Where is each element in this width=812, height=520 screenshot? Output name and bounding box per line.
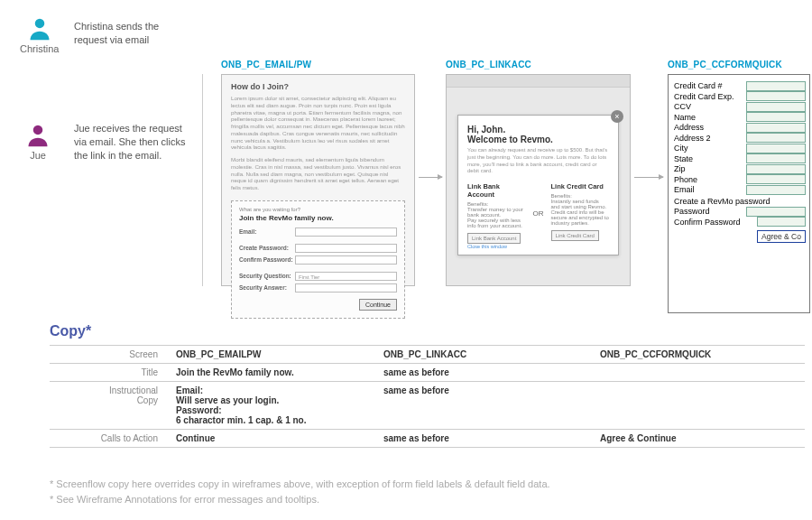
input-cc-exp[interactable] (746, 91, 806, 101)
cell-screen-2: ONB_PC_LINKACC (383, 346, 600, 364)
cell-instr-1: Email: Will serve as your login. Passwor… (176, 382, 383, 430)
wf1-lorem1: Lorem ipsum dolor sit amet, consectetur … (222, 95, 414, 156)
copy-table: Screen ONB_PC_EMAILPW ONB_PC_LINKACC ONB… (50, 345, 805, 448)
footnote-1: * Screenflow copy here overrides copy in… (50, 477, 550, 492)
wf1-prompt: What are you waiting for? (239, 207, 397, 212)
label-phone: Phone (674, 175, 746, 184)
persona-jue: Jue (25, 123, 51, 161)
cell-title-1: Join the RevMo family now. (176, 364, 383, 382)
avatar-icon (25, 123, 51, 148)
label-address2: Address 2 (674, 134, 746, 143)
label-create-revmo-pw: Create a RevMo password (674, 197, 806, 206)
label-state: State (674, 154, 746, 163)
modal-greeting: Hi, John. (467, 125, 609, 135)
label-secq: Security Question: (239, 273, 295, 279)
input-confirm-pw[interactable] (295, 255, 397, 265)
copy-title: Copy* (50, 323, 805, 339)
input-email[interactable] (295, 228, 397, 237)
screen-label-2: ONB_PC_LINKACC (446, 60, 531, 70)
separator-line (202, 74, 203, 286)
label-zip: Zip (674, 164, 746, 173)
or-text: OR (533, 209, 544, 218)
col-bank-h: Link Bank Account (467, 182, 526, 199)
cell-cta-3: Agree & Continue (600, 430, 805, 448)
col-card-h: Link Credit Card (551, 182, 610, 190)
agree-continue-button[interactable]: Agree & Co (757, 230, 806, 243)
select-secq[interactable]: First Tier (295, 272, 397, 281)
label-cc-num: Credit Card # (674, 81, 746, 90)
screen-label-1: ONB_PC_EMAIL/PW (221, 60, 311, 70)
label-create-pw: Create Password: (239, 245, 295, 251)
persona-jue-desc: Jue receives the request via email. She … (74, 122, 191, 162)
wf1-title: Join the RevMo family now. (239, 214, 397, 222)
input-ccv[interactable] (746, 102, 806, 112)
close-window-link[interactable]: Close this window (467, 244, 507, 249)
svg-point-1 (33, 125, 43, 135)
cell-screen-1: ONB_PC_EMAILPW (176, 346, 383, 364)
cell-title-2: same as before (383, 364, 600, 382)
row-instr-label: InstructionalCopy (50, 382, 176, 430)
arrow-icon (419, 177, 442, 178)
screen-label-3: ONB_PC_CCFORMQUICK (668, 60, 782, 70)
cell-title-3 (600, 364, 805, 382)
input-phone[interactable] (746, 174, 806, 184)
wireframe-emailpw: How do I Join? Lorem ipsum dolor sit ame… (221, 74, 415, 286)
input-zip[interactable] (746, 164, 806, 174)
cell-screen-3: ONB_PC_CCFORMQUICK (600, 346, 805, 364)
label-ccv: CCV (674, 102, 746, 111)
row-title-label: Title (50, 364, 176, 382)
input-password[interactable] (746, 207, 806, 217)
label-confirm-password: Confirm Password (674, 218, 757, 227)
footnotes: * Screenflow copy here overrides copy in… (50, 477, 550, 506)
cell-instr-2: same as before (383, 382, 600, 430)
copy-section: Copy* Screen ONB_PC_EMAILPW ONB_PC_LINKA… (50, 323, 805, 448)
input-email2[interactable] (746, 185, 806, 195)
input-city[interactable] (746, 144, 806, 153)
input-address2[interactable] (746, 133, 806, 143)
col-link-card: Link Credit Card Benefits: Instantly sen… (551, 182, 610, 241)
row-cta-label: Calls to Action (50, 430, 176, 448)
persona-name: Jue (25, 150, 51, 161)
label-password: Password (674, 207, 746, 216)
modal-welcome-text: Welcome to Revmo. (467, 135, 609, 144)
modal-sub: You can already request and receive up t… (467, 147, 609, 175)
close-icon[interactable]: × (611, 110, 623, 123)
wireframe-ccform: Credit Card # Credit Card Exp. CCV Name … (668, 74, 810, 313)
input-seca[interactable] (295, 283, 397, 292)
input-state[interactable] (746, 153, 806, 163)
persona-name: Christina (20, 43, 59, 54)
wf1-header: How do I Join? (222, 75, 414, 95)
cell-cta-1: Continue (176, 430, 383, 448)
footnote-2: * See Wireframe Annotations for error me… (50, 492, 550, 507)
label-email: Email (674, 185, 746, 194)
label-cc-exp: Credit Card Exp. (674, 92, 746, 101)
persona-christina-desc: Christina sends the request via email (74, 20, 191, 47)
continue-button[interactable]: Continue (359, 299, 397, 311)
persona-christina: Christina (20, 16, 59, 54)
input-address[interactable] (746, 123, 806, 133)
cell-cta-2: same as before (383, 430, 600, 448)
arrow-icon (634, 177, 663, 178)
label-confirm-pw: Confirm Password: (239, 256, 295, 263)
label-name: Name (674, 113, 746, 122)
input-confirm-password[interactable] (757, 217, 806, 227)
input-name[interactable] (746, 112, 806, 122)
input-cc-num[interactable] (746, 81, 806, 91)
link-bank-button[interactable]: Link Bank Account (467, 233, 521, 244)
col-link-bank: Link Bank Account Benefits: Transfer mon… (467, 182, 526, 244)
label-seca: Security Answer: (239, 284, 295, 291)
row-screen-label: Screen (50, 346, 176, 364)
input-create-pw[interactable] (295, 244, 397, 253)
wireframe-linkacc: × Hi, John. Welcome to Revmo. You can al… (446, 74, 631, 286)
modal-welcome: × Hi, John. Welcome to Revmo. You can al… (457, 115, 619, 255)
wf1-formbox: What are you waiting for? Join the RevMo… (231, 200, 405, 319)
browser-chrome (447, 75, 630, 88)
link-card-button[interactable]: Link Credit Card (551, 230, 599, 241)
label-city: City (674, 144, 746, 153)
label-email: Email: (239, 228, 295, 235)
avatar-icon (27, 16, 52, 42)
label-address: Address (674, 123, 746, 132)
cell-instr-3 (600, 382, 805, 430)
svg-point-0 (34, 19, 44, 29)
wf1-lorem2: Morbi blandit eleifend mauris, sed eleme… (222, 156, 414, 197)
